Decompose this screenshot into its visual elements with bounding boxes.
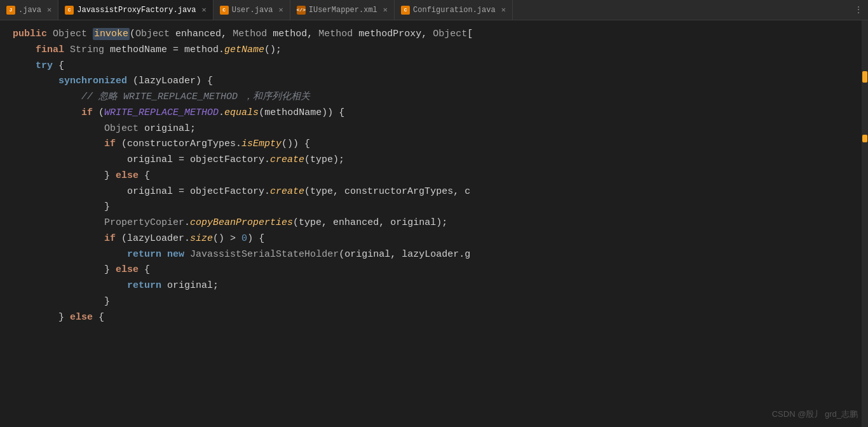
tab-javassist-close[interactable]: ✕ — [201, 5, 206, 15]
tab-config-close[interactable]: ✕ — [501, 5, 506, 15]
tab-bar: J .java ✕ C JavassistProxyFactory.java ✕… — [0, 0, 868, 20]
tab-user-close[interactable]: ✕ — [279, 5, 283, 15]
code-area: public Object invoke(Object enhanced, Me… — [0, 20, 868, 427]
tab-imapper-label: IUserMapper.xml — [309, 6, 377, 15]
tab-javassist[interactable]: C JavassistProxyFactory.java ✕ — [58, 0, 213, 20]
tab-javassist-label: JavassistProxyFactory.java — [77, 6, 196, 15]
code-content: public Object invoke(Object enhanced, Me… — [0, 20, 868, 426]
scrollbar-thumb-mid[interactable] — [862, 135, 867, 142]
tab-config-label: Configuration.java — [413, 6, 496, 15]
tab-config[interactable]: C Configuration.java ✕ — [395, 0, 513, 20]
tab-j-label: .java — [18, 6, 41, 15]
tab-j[interactable]: J .java ✕ — [0, 0, 58, 20]
java-icon-1: J — [6, 6, 15, 15]
tab-user-label: User.java — [232, 6, 273, 15]
java-icon-2: C — [65, 6, 74, 15]
java-icon-4: C — [401, 6, 410, 15]
tab-imapper[interactable]: </> IUserMapper.xml ✕ — [290, 0, 395, 20]
watermark: CSDN @殷丿 grd_志鹏 — [772, 407, 858, 421]
xml-icon: </> — [297, 6, 306, 15]
scrollbar-thumb-top[interactable] — [862, 71, 867, 83]
scrollbar-track[interactable] — [862, 20, 868, 427]
java-icon-3: C — [220, 6, 229, 15]
tab-bar-right: ⋮ — [854, 4, 868, 15]
tab-user[interactable]: C User.java ✕ — [214, 0, 290, 20]
tab-j-close[interactable]: ✕ — [47, 5, 51, 15]
tab-imapper-close[interactable]: ✕ — [383, 5, 388, 15]
